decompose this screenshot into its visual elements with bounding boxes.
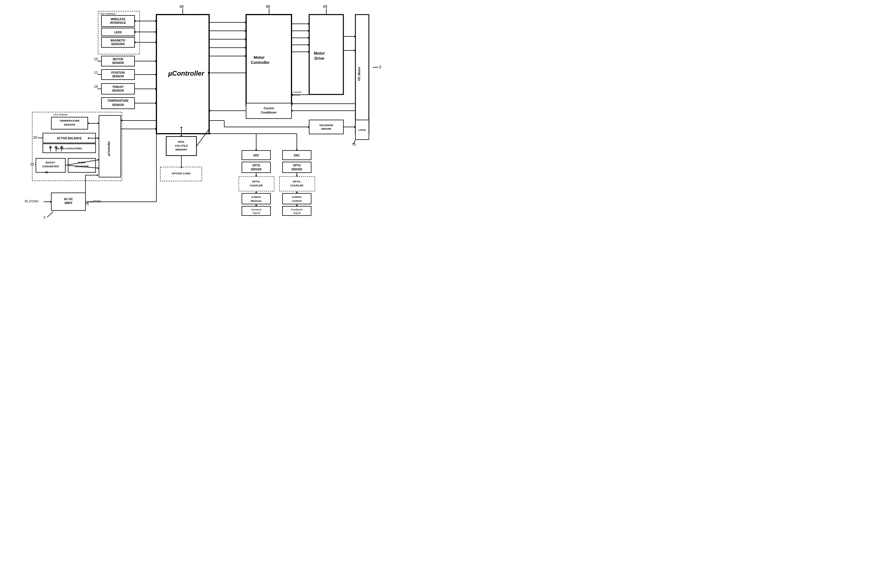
- svg-rect-83: [166, 136, 196, 156]
- svg-rect-91: [242, 150, 270, 160]
- svg-marker-211: [180, 167, 183, 168]
- svg-rect-51: [99, 116, 121, 177]
- svg-rect-25: [102, 15, 135, 27]
- svg-marker-168: [308, 23, 309, 25]
- svg-text:Current: Current: [291, 94, 300, 96]
- svg-marker-148: [155, 60, 156, 62]
- svg-text:SENSORS: SENSORS: [111, 43, 125, 46]
- svg-marker-239: [97, 174, 98, 176]
- svg-marker-166: [208, 72, 209, 74]
- svg-marker-203: [155, 128, 156, 130]
- svg-text:BUCK: BUCK: [78, 161, 86, 164]
- svg-marker-180: [354, 50, 356, 52]
- svg-text:24VDC: 24VDC: [93, 200, 102, 203]
- svg-text:4-20mA: 4-20mA: [292, 195, 302, 198]
- svg-text:µController: µController: [168, 69, 205, 77]
- svg-text:Demand: Demand: [251, 208, 261, 211]
- svg-text:DRIVER: DRIVER: [291, 168, 302, 171]
- svg-rect-9: [246, 15, 291, 106]
- svg-text:MEMORY: MEMORY: [176, 148, 188, 151]
- svg-text:DRIVER: DRIVER: [321, 127, 331, 130]
- svg-text:OPTO-: OPTO-: [252, 180, 260, 183]
- svg-text:INTERFACE: INTERFACE: [110, 21, 126, 24]
- svg-rect-30: [102, 37, 135, 47]
- svg-text:WIRELESS: WIRELESS: [111, 18, 126, 21]
- svg-marker-136: [91, 201, 92, 203]
- svg-text:SOLENOID: SOLENOID: [319, 124, 333, 127]
- svg-text:COUPLER: COUPLER: [250, 184, 263, 187]
- svg-text:CONVERTER: CONVERTER: [42, 165, 59, 168]
- svg-marker-232: [354, 126, 356, 128]
- svg-marker-224: [255, 192, 257, 194]
- svg-text:4-20mA: 4-20mA: [251, 195, 261, 198]
- svg-marker-142: [155, 31, 156, 33]
- svg-rect-48: [102, 98, 135, 109]
- svg-text:UPS Module: UPS Module: [53, 113, 68, 116]
- svg-rect-95: [242, 162, 270, 172]
- svg-marker-218: [296, 149, 298, 150]
- svg-text:49: 49: [323, 4, 327, 9]
- svg-text:NON-: NON-: [178, 140, 185, 143]
- svg-text:MOTOR: MOTOR: [112, 58, 123, 61]
- svg-rect-53: [51, 117, 88, 129]
- svg-text:Feedback: Feedback: [291, 208, 303, 211]
- svg-text:46: 46: [179, 4, 184, 9]
- svg-rect-4: [160, 167, 202, 181]
- svg-text:Controller: Controller: [251, 60, 270, 65]
- svg-text:Current: Current: [264, 107, 274, 110]
- svg-rect-2: [32, 112, 122, 181]
- svg-text:SENSOR: SENSOR: [112, 104, 124, 106]
- svg-marker-197: [88, 137, 89, 139]
- svg-text:Measure: Measure: [251, 199, 262, 202]
- svg-marker-176: [308, 51, 309, 53]
- svg-rect-6: [279, 177, 315, 191]
- connection-lines: User Interface UPS Module µController Mo…: [0, 0, 440, 294]
- svg-text:Conditioner: Conditioner: [261, 111, 277, 114]
- svg-text:Signal: Signal: [293, 212, 300, 214]
- svg-marker-164: [245, 55, 246, 57]
- svg-rect-7: [156, 15, 209, 134]
- svg-rect-98: [282, 162, 311, 172]
- svg-text:LOCK: LOCK: [358, 128, 366, 132]
- svg-marker-236: [308, 126, 309, 128]
- svg-text:µController: µController: [107, 141, 110, 156]
- svg-marker-178: [354, 35, 356, 38]
- svg-marker-162: [245, 46, 246, 49]
- svg-text:21: 21: [30, 162, 34, 166]
- svg-marker-222: [296, 176, 298, 177]
- svg-marker-226: [296, 192, 298, 194]
- svg-text:11: 11: [94, 70, 98, 75]
- svg-marker-133: [50, 201, 51, 203]
- svg-text:COUPLER: COUPLER: [290, 184, 303, 187]
- svg-text:Current: Current: [293, 91, 302, 94]
- svg-rect-114: [282, 206, 311, 216]
- svg-marker-75: [45, 171, 47, 174]
- svg-marker-170: [308, 30, 309, 32]
- svg-marker-156: [245, 21, 246, 24]
- svg-marker-214: [209, 133, 210, 135]
- svg-text:MAGNETIC: MAGNETIC: [110, 39, 125, 42]
- svg-text:SMPS: SMPS: [64, 201, 73, 205]
- svg-text:3: 3: [379, 65, 381, 69]
- svg-text:75: 75: [352, 142, 356, 147]
- svg-marker-196: [98, 137, 99, 139]
- svg-rect-111: [242, 206, 270, 216]
- svg-rect-88: [246, 103, 291, 118]
- svg-text:TEMPERATURE: TEMPERATURE: [59, 119, 80, 122]
- svg-text:OPTO-: OPTO-: [292, 180, 301, 183]
- svg-marker-208: [180, 135, 183, 136]
- svg-text:SENSOR: SENSOR: [112, 62, 124, 64]
- svg-text:BOOST: BOOST: [46, 161, 55, 164]
- svg-marker-154: [155, 102, 156, 104]
- svg-text:10: 10: [94, 57, 98, 61]
- svg-text:AC-DC: AC-DC: [64, 198, 73, 201]
- svg-rect-93: [282, 150, 311, 160]
- svg-text:Motor: Motor: [314, 51, 325, 56]
- svg-marker-194: [88, 122, 89, 124]
- svg-text:OPTO: OPTO: [293, 164, 301, 167]
- block-diagram: User Interface UPS Module µController Mo…: [0, 0, 440, 294]
- svg-marker-182: [291, 94, 292, 96]
- svg-marker-185: [291, 103, 292, 105]
- svg-marker-220: [255, 176, 257, 177]
- svg-marker-145: [155, 41, 156, 44]
